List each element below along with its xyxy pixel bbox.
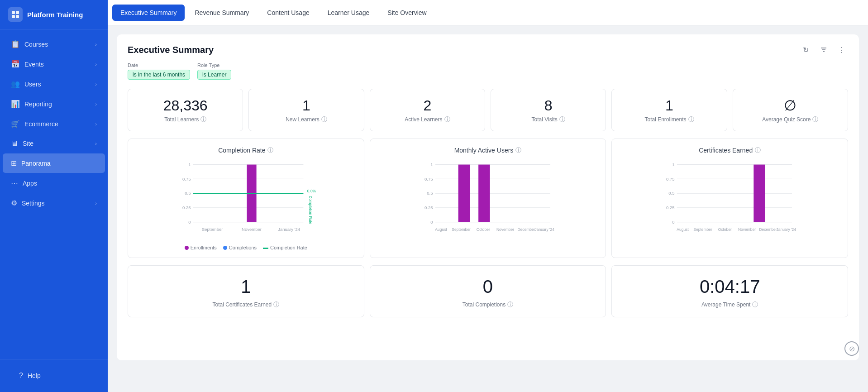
settings-icon: ⚙ <box>11 199 17 207</box>
sidebar-app-title: Platform Training <box>27 11 83 19</box>
monthly-active-users-svg-wrap: 1 0.75 0.5 0.25 0 August September <box>377 160 599 250</box>
nav-item-apps[interactable]: ⋯ Apps <box>3 173 105 193</box>
filters-row: Date is in the last 6 months Role Type i… <box>128 62 848 80</box>
svg-text:October: October <box>476 227 490 232</box>
certificates-earned-svg-wrap: 1 0.75 0.5 0.25 0 August September Octob… <box>619 160 840 250</box>
svg-text:0.75: 0.75 <box>182 177 191 182</box>
sidebar-footer[interactable]: ? Help <box>0 359 108 392</box>
nav-item-ecommerce[interactable]: 🛒 Ecommerce › <box>3 114 105 134</box>
svg-text:0.25: 0.25 <box>182 205 191 210</box>
apps-icon: ⋯ <box>11 179 18 187</box>
chevron-reporting-icon: › <box>95 101 97 107</box>
svg-text:0.5: 0.5 <box>427 191 433 196</box>
dashboard-card: Executive Summary ↻ ⋮ Date <box>117 34 859 360</box>
completion-rate-title: Completion Rate ⓘ <box>135 146 357 154</box>
nav-item-events[interactable]: 📅 Events › <box>3 54 105 74</box>
more-options-button[interactable]: ⋮ <box>835 43 848 56</box>
role-filter-label: Role Type <box>197 62 231 68</box>
bottom-stat-value-1: 0 <box>483 277 493 297</box>
bottom-stat-label-2: Average Time Spent ⓘ <box>701 301 758 309</box>
svg-text:0.75: 0.75 <box>666 177 675 182</box>
nav-item-site[interactable]: 🖥 Site › <box>3 134 105 153</box>
reporting-icon: 📊 <box>11 100 20 108</box>
sidebar-header: Platform Training <box>0 0 108 29</box>
monthly-active-users-info-icon[interactable]: ⓘ <box>515 146 521 154</box>
completion-rate-info-icon[interactable]: ⓘ <box>267 146 273 154</box>
date-filter-badge[interactable]: is in the last 6 months <box>128 70 190 80</box>
nav-item-panorama[interactable]: ⊞ Panorama <box>3 153 105 173</box>
tab-content-usage[interactable]: Content Usage <box>259 5 317 21</box>
nav-item-label-settings: Settings <box>22 200 45 207</box>
svg-text:Completion Rate: Completion Rate <box>308 196 313 224</box>
stat-info-icon-2[interactable]: ⓘ <box>444 115 450 124</box>
stat-info-icon-1[interactable]: ⓘ <box>321 115 327 124</box>
svg-rect-2 <box>12 15 15 18</box>
stat-info-icon-3[interactable]: ⓘ <box>559 115 565 124</box>
stat-value-2: 2 <box>423 98 431 113</box>
stats-row: 28,336 Total Learners ⓘ 1 New Learners ⓘ… <box>128 89 848 131</box>
chevron-ecommerce-icon: › <box>95 121 97 127</box>
role-filter-group: Role Type is Learner <box>197 62 231 80</box>
stat-info-icon-4[interactable]: ⓘ <box>688 115 694 124</box>
legend-completions: Completions <box>223 245 257 250</box>
certificates-earned-info-icon[interactable]: ⓘ <box>755 146 761 154</box>
svg-text:1: 1 <box>188 162 191 167</box>
svg-rect-0 <box>12 11 15 14</box>
help-icon: ? <box>19 372 23 380</box>
svg-text:0: 0 <box>672 220 675 225</box>
bottom-stat-card-2: 0:04:17 Average Time Spent ⓘ <box>611 265 848 317</box>
date-filter-label: Date <box>128 62 190 68</box>
svg-text:0.25: 0.25 <box>424 205 433 210</box>
refresh-button[interactable]: ↻ <box>799 43 812 56</box>
completion-rate-svg-wrap: 1 0.75 0.5 0.25 0 September November <box>135 160 357 250</box>
nav-item-settings[interactable]: ⚙ Settings › <box>3 193 105 213</box>
svg-text:0.25: 0.25 <box>666 205 675 210</box>
svg-text:December: December <box>517 227 535 232</box>
nav-item-reporting[interactable]: 📊 Reporting › <box>3 94 105 114</box>
nav-item-help[interactable]: ? Help <box>11 366 97 385</box>
svg-text:November: November <box>738 227 756 232</box>
svg-rect-1 <box>16 11 19 14</box>
svg-text:0.5: 0.5 <box>669 191 675 196</box>
tab-executive-summary[interactable]: Executive Summary <box>112 5 185 21</box>
role-filter-badge[interactable]: is Learner <box>197 70 231 80</box>
stat-label-2: Active Learners ⓘ <box>405 115 450 124</box>
bottom-stat-info-icon-2[interactable]: ⓘ <box>752 301 758 309</box>
stat-label-0: Total Learners ⓘ <box>164 115 206 124</box>
svg-text:0.75: 0.75 <box>424 177 433 182</box>
bottom-stat-info-icon-1[interactable]: ⓘ <box>507 301 513 309</box>
certificates-earned-title: Certificates Earned ⓘ <box>619 146 840 154</box>
sidebar-nav: 📋 Courses › 📅 Events › 👥 Users › 📊 Repor… <box>0 29 108 359</box>
chevron-courses-icon: › <box>95 42 97 47</box>
bottom-stat-info-icon-0[interactable]: ⓘ <box>273 301 279 309</box>
stat-card-2: 2 Active Learners ⓘ <box>370 89 485 131</box>
stat-info-icon-5[interactable]: ⓘ <box>812 115 818 124</box>
nav-item-label-panorama: Panorama <box>21 160 51 167</box>
legend-enrollments: Enrollments <box>185 245 217 250</box>
content-area: Executive Summary ↻ ⋮ Date <box>108 25 868 392</box>
tab-site-overview[interactable]: Site Overview <box>379 5 434 21</box>
nav-item-users[interactable]: 👥 Users › <box>3 74 105 94</box>
svg-text:October: October <box>718 227 732 232</box>
filter-button[interactable] <box>817 43 830 56</box>
help-label: Help <box>28 372 41 379</box>
svg-text:0.5: 0.5 <box>185 191 191 196</box>
nav-item-label-users: Users <box>24 81 41 88</box>
tabs-bar: Executive SummaryRevenue SummaryContent … <box>108 0 868 25</box>
nav-item-courses[interactable]: 📋 Courses › <box>3 34 105 54</box>
monthly-active-users-chart: Monthly Active Users ⓘ 1 0.75 0.5 <box>370 139 606 258</box>
svg-text:0: 0 <box>188 220 191 225</box>
svg-text:January '24: January '24 <box>777 227 796 232</box>
stat-label-1: New Learners ⓘ <box>286 115 327 124</box>
svg-text:September: September <box>452 227 471 232</box>
svg-text:1: 1 <box>672 162 675 167</box>
disabled-icon[interactable]: ⊘ <box>844 341 859 356</box>
tab-learner-usage[interactable]: Learner Usage <box>320 5 378 21</box>
tab-revenue-summary[interactable]: Revenue Summary <box>186 5 257 21</box>
date-filter-group: Date is in the last 6 months <box>128 62 190 80</box>
bottom-stat-value-0: 1 <box>241 277 251 297</box>
svg-text:November: November <box>496 227 514 232</box>
stat-info-icon-0[interactable]: ⓘ <box>200 115 206 124</box>
stat-value-0: 28,336 <box>163 98 208 113</box>
courses-icon: 📋 <box>11 40 20 48</box>
